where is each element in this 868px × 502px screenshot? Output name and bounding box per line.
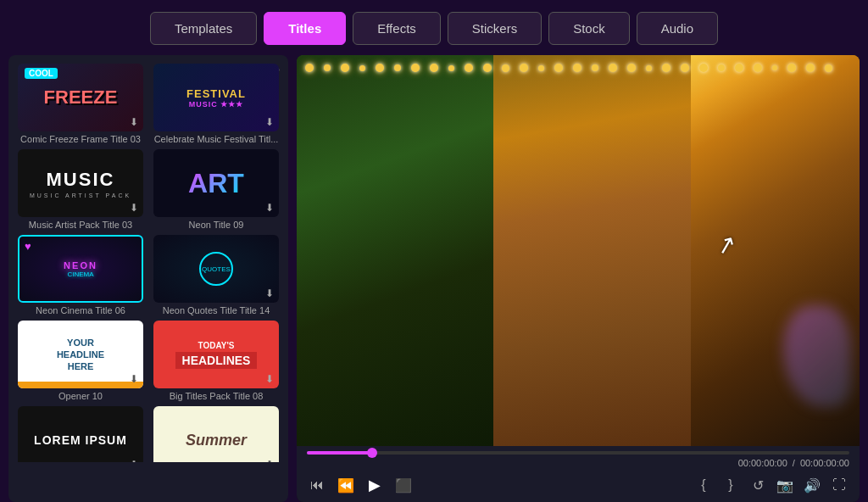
fullscreen-icon[interactable]: ⛶ (829, 475, 849, 495)
thumb-opener: YOURHEADLINEHERE ⬇ (18, 321, 143, 388)
skip-back-icon[interactable]: ⏮ (307, 475, 327, 495)
music-text: MUSIC (47, 169, 115, 191)
tab-effects[interactable]: Effects (353, 12, 441, 45)
list-item[interactable]: LOREM IPSUM ⬇ Title 28 (15, 406, 146, 462)
thumb-neon-quotes: QUOTES ⬇ (153, 235, 279, 303)
stop-icon[interactable]: ⬛ (393, 475, 414, 495)
time-display: 00:00:00:00 / 00:00:00:00 (307, 458, 849, 468)
light-dot (754, 64, 762, 72)
tab-titles[interactable]: Titles (264, 12, 346, 45)
thumb-summer: Summer ⬇ (153, 406, 279, 462)
light-dot (502, 64, 509, 72)
item-label: Neon Cinema Title 06 (18, 305, 143, 315)
download-icon: ⬇ (130, 459, 138, 462)
top-navigation: Templates Titles Effects Stickers Stock … (150, 0, 718, 55)
video-left (297, 55, 493, 446)
thumb-art: ART ⬇ (153, 149, 279, 217)
player-options: { } ↺ 📷 🔊 ⛶ (693, 475, 849, 495)
opener-bar (18, 382, 143, 388)
light-dot (483, 64, 492, 72)
lights-bar (297, 55, 860, 81)
light-dot (448, 65, 454, 71)
list-item[interactable]: FESTIVAL MUSIC ★★★ ⬇ Celebrate Music Fes… (151, 64, 281, 144)
item-label: Big Titles Pack Title 08 (153, 391, 279, 401)
light-dot (394, 64, 401, 71)
festival-text: FESTIVAL MUSIC ★★★ (186, 87, 246, 109)
item-label: Neon Title 09 (153, 220, 279, 230)
progress-track[interactable] (307, 451, 849, 455)
big-titles-content: TODAY'S HEADLINES (175, 341, 258, 369)
summer-text: Summer (186, 432, 247, 449)
thumb-festival: FESTIVAL MUSIC ★★★ ⬇ (153, 64, 279, 131)
list-item[interactable]: COOL FREEZE ⬇ Comic Freeze Frame Title 0… (15, 64, 146, 144)
item-label: Opener 10 (18, 391, 143, 401)
cool-badge: COOL (25, 68, 58, 79)
list-item[interactable]: ART ⬇ Neon Title 09 (151, 149, 281, 230)
art-text: ART (188, 168, 244, 199)
light-dot (376, 64, 384, 72)
download-icon: ⬇ (265, 202, 274, 214)
video-background: ↗ (297, 55, 860, 446)
light-dot (465, 64, 473, 72)
list-item[interactable]: ♥ NEON CINEMA Neon Cinema Title 06 (15, 235, 146, 315)
tab-stickers[interactable]: Stickers (448, 12, 542, 45)
video-center (493, 55, 690, 446)
current-time: 00:00:00:00 (738, 458, 787, 468)
light-dot (609, 64, 617, 72)
light-dot (662, 64, 670, 72)
progress-fill (307, 451, 372, 455)
tab-templates[interactable]: Templates (150, 12, 257, 45)
light-dot (305, 64, 314, 72)
opener-headline: YOURHEADLINEHERE (57, 337, 104, 373)
thumb-big-titles: TODAY'S HEADLINES ⬇ (153, 321, 279, 388)
item-label: Comic Freeze Frame Title 03 (18, 134, 143, 144)
download-icon: ⬇ (265, 116, 274, 128)
download-icon: ⬇ (265, 459, 274, 462)
player-controls: 00:00:00:00 / 00:00:00:00 ⏮ ⏪ ▶ ⬛ { } ↺ … (297, 446, 860, 502)
play-button[interactable]: ▶ (364, 475, 385, 495)
light-dot (699, 64, 708, 72)
out-point-icon[interactable]: } (721, 475, 741, 495)
volume-icon[interactable]: 🔊 (802, 475, 822, 495)
step-back-icon[interactable]: ⏪ (336, 475, 356, 495)
light-dot (324, 64, 331, 71)
main-area: ••• COOL FREEZE ⬇ Comic Freeze Frame Tit… (0, 55, 868, 502)
titles-grid: COOL FREEZE ⬇ Comic Freeze Frame Title 0… (8, 55, 288, 462)
light-dot (573, 64, 581, 72)
lorem-text: LOREM IPSUM (34, 433, 127, 447)
loop-icon[interactable]: ↺ (748, 475, 768, 495)
light-dot (806, 64, 815, 72)
progress-knob[interactable] (367, 448, 377, 458)
light-dot (825, 64, 832, 72)
tab-stock[interactable]: Stock (548, 12, 630, 45)
light-dot (772, 65, 777, 70)
neon-quotes-circle: QUOTES (199, 252, 233, 286)
list-item[interactable]: TODAY'S HEADLINES ⬇ Big Titles Pack Titl… (151, 321, 281, 401)
list-item[interactable]: MUSIC MUSIC ARTIST PACK ⬇ Music Artist P… (15, 149, 146, 230)
video-player: ↗ 00:00:00:00 / 00:00:00:00 ⏮ ⏪ ▶ ⬛ (297, 55, 860, 502)
light-dot (735, 64, 743, 72)
controls-row: ⏮ ⏪ ▶ ⬛ { } ↺ 📷 🔊 ⛶ (307, 471, 849, 499)
music-sub: MUSIC ARTIST PACK (30, 192, 131, 198)
tab-audio[interactable]: Audio (637, 12, 718, 45)
download-icon: ⬇ (265, 373, 274, 385)
heart-icon: ♥ (25, 240, 31, 253)
titles-panel: ••• COOL FREEZE ⬇ Comic Freeze Frame Tit… (8, 55, 288, 502)
light-dot (341, 64, 349, 72)
item-label: Celebrate Music Festival Titl... (153, 134, 279, 144)
playback-controls: ⏮ ⏪ ▶ ⬛ (307, 475, 414, 495)
download-icon: ⬇ (130, 373, 138, 385)
snapshot-icon[interactable]: 📷 (775, 475, 795, 495)
download-icon: ⬇ (130, 116, 138, 128)
light-dot (718, 64, 725, 71)
in-point-icon[interactable]: { (693, 475, 714, 495)
light-dot (554, 64, 563, 72)
item-label: Music Artist Pack Title 03 (18, 220, 143, 230)
video-scene (297, 55, 860, 446)
list-item[interactable]: Summer ⬇ Summer Set Sunshine Title 1 (151, 406, 281, 462)
thumb-music: MUSIC MUSIC ARTIST PACK ⬇ (18, 149, 143, 217)
download-icon: ⬇ (265, 287, 274, 299)
list-item[interactable]: YOURHEADLINEHERE ⬇ Opener 10 (15, 321, 146, 401)
light-dot (520, 64, 528, 72)
list-item[interactable]: QUOTES ⬇ Neon Quotes Title Title 14 (151, 235, 281, 315)
